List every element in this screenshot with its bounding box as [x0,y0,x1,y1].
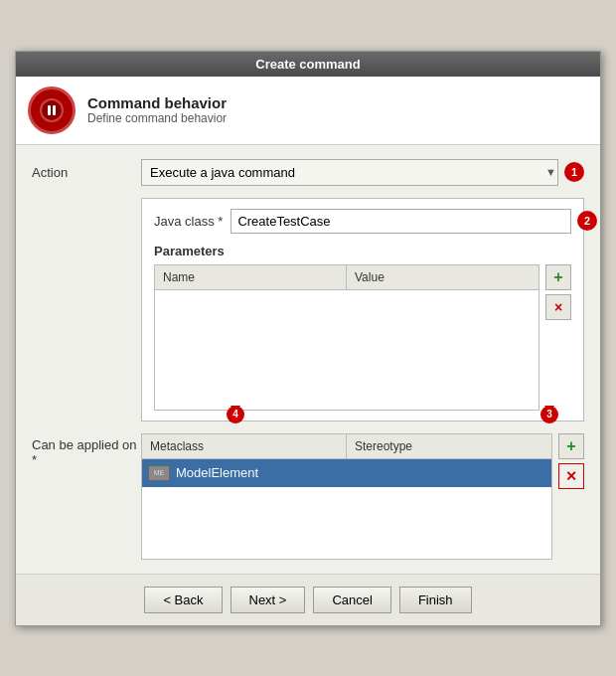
remove-apply-icon: ✕ [565,468,577,484]
annotation-badge-3: 3 [540,406,558,423]
params-header: Name Value [155,265,539,290]
action-select[interactable]: Execute a java command [141,159,558,186]
command-icon [39,97,65,123]
apply-col-metaclass: Metaclass [142,434,347,458]
form-content: Action Execute a java command ▼ 1 Java c… [16,145,600,574]
me-icon-text: ME [154,469,165,476]
header-title: Command behavior [87,94,227,111]
badge-4-container: 4 [231,406,240,413]
add-apply-button[interactable]: + [558,433,584,459]
params-table-wrapper: Name Value + × [154,264,571,411]
remove-param-button[interactable]: × [545,294,571,320]
params-col-name: Name [155,265,347,289]
apply-selected-row[interactable]: ME ModelElement [142,459,551,487]
inner-form: Java class * 2 Parameters Name Value + [141,198,584,422]
params-body [155,290,539,410]
action-row: Action Execute a java command ▼ 1 [32,159,584,186]
params-col-value: Value [347,265,392,289]
header-text: Command behavior Define command behavior [87,94,227,125]
badge-3-container: 3 [544,406,554,413]
apply-body[interactable]: ME ModelElement [142,459,551,559]
can-apply-row: Can be applied on * 3 4 Metaclass Stereo… [32,433,584,560]
header-subtitle: Define command behavior [87,111,227,125]
model-element-text: ModelElement [176,465,258,480]
java-class-input-wrapper: 2 [231,209,571,234]
java-class-input[interactable] [231,209,571,234]
cancel-button[interactable]: Cancel [313,587,390,613]
create-command-dialog: Create command Command behavior Define c… [15,51,601,626]
apply-header: Metaclass Stereotype [142,434,551,459]
parameters-label: Parameters [154,244,571,258]
model-element-icon: ME [148,465,170,481]
params-buttons: + × [545,264,571,324]
apply-col-stereotype: Stereotype [347,434,420,458]
action-badge: 1 [564,162,584,182]
params-table: Name Value [154,264,539,411]
java-class-label: Java class * [154,214,223,229]
apply-table-wrapper: 3 4 Metaclass Stereotype [141,433,584,560]
svg-point-0 [41,99,63,121]
java-class-row: Java class * 2 [154,209,571,234]
next-button[interactable]: Next > [231,587,306,613]
svg-rect-2 [53,105,56,115]
action-select-wrapper: Execute a java command ▼ 1 [141,159,584,186]
finish-button[interactable]: Finish [399,587,472,613]
title-bar: Create command [16,52,600,77]
dialog-footer: < Back Next > Cancel Finish [16,574,600,625]
apply-table: Metaclass Stereotype ME ModelElement [141,433,552,560]
dialog-header: Command behavior Define command behavior [16,77,600,145]
annotation-badge-4: 4 [227,406,244,423]
can-apply-label: Can be applied on * [32,433,141,467]
back-button[interactable]: < Back [144,587,222,613]
header-icon [28,86,76,134]
remove-apply-button[interactable]: ✕ [558,463,584,489]
apply-buttons: + ✕ [558,433,584,493]
java-class-badge: 2 [577,211,597,231]
add-param-button[interactable]: + [545,264,571,290]
svg-rect-1 [48,105,51,115]
action-label: Action [32,165,141,180]
dialog-title: Create command [255,57,360,72]
